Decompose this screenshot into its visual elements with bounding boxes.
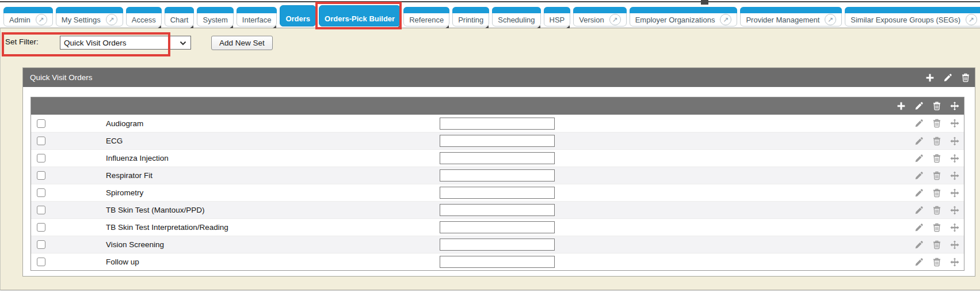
move-arrows-icon[interactable] bbox=[950, 188, 959, 198]
move-arrows-icon[interactable] bbox=[950, 137, 959, 146]
delete-trash-icon[interactable] bbox=[932, 240, 941, 249]
external-link-icon[interactable]: ↗ bbox=[609, 14, 621, 25]
order-code-input[interactable] bbox=[440, 118, 555, 130]
order-code-input[interactable] bbox=[440, 187, 555, 199]
add-new-set-button[interactable]: Add New Set bbox=[211, 36, 273, 50]
order-name-label: Audiogram bbox=[106, 119, 440, 128]
external-link-icon[interactable]: ↗ bbox=[825, 14, 836, 25]
move-arrows-icon[interactable] bbox=[950, 119, 959, 128]
delete-trash-icon[interactable] bbox=[932, 188, 941, 198]
row-checkbox[interactable] bbox=[37, 240, 45, 249]
row-checkbox[interactable] bbox=[37, 119, 45, 128]
tab-interface[interactable]: Interface bbox=[237, 7, 277, 27]
order-name-label: ECG bbox=[106, 137, 440, 145]
tab-orders-pick-builder[interactable]: Orders-Pick Builder bbox=[319, 5, 401, 27]
row-checkbox[interactable] bbox=[37, 258, 45, 266]
order-code-input[interactable] bbox=[440, 239, 555, 251]
tab-label: HSP bbox=[550, 16, 565, 24]
order-code-input[interactable] bbox=[440, 152, 555, 164]
row-checkbox[interactable] bbox=[37, 223, 45, 232]
edit-pencil-icon[interactable] bbox=[914, 119, 924, 128]
move-arrows-icon[interactable] bbox=[950, 258, 959, 267]
tab-scheduling[interactable]: Scheduling bbox=[492, 7, 540, 27]
row-action-icons bbox=[914, 154, 964, 163]
order-code-input[interactable] bbox=[440, 204, 555, 216]
tab-provider-management[interactable]: Provider Management ↗ bbox=[740, 7, 842, 27]
delete-trash-icon[interactable] bbox=[932, 223, 941, 232]
row-action-icons bbox=[914, 188, 964, 198]
move-arrows-icon[interactable] bbox=[950, 240, 959, 249]
edit-pencil-icon[interactable] bbox=[914, 206, 924, 215]
submenu-corner-icon bbox=[485, 25, 489, 28]
tab-label: Version bbox=[579, 16, 604, 24]
tab-orders[interactable]: Orders bbox=[280, 5, 316, 27]
row-checkbox[interactable] bbox=[37, 171, 45, 180]
table-header-icons bbox=[31, 97, 964, 115]
edit-pencil-icon[interactable] bbox=[914, 101, 924, 111]
tab-admin[interactable]: Admin ↗ bbox=[3, 7, 53, 27]
tab-strip: Admin ↗ My Settings ↗ Access Chart Syste… bbox=[3, 5, 980, 27]
table-row: Influenza Injection bbox=[31, 149, 964, 167]
order-name-label: TB Skin Test (Mantoux/PPD) bbox=[106, 206, 440, 214]
external-link-icon[interactable]: ↗ bbox=[106, 14, 117, 25]
order-code-input[interactable] bbox=[440, 256, 555, 268]
tab-chart[interactable]: Chart bbox=[165, 7, 195, 27]
tab-similar-exposure-groups-segs[interactable]: Similar Exposure Groups (SEGs) ↗ bbox=[845, 7, 980, 27]
edit-pencil-icon[interactable] bbox=[914, 240, 924, 249]
external-link-icon[interactable]: ↗ bbox=[36, 14, 47, 25]
quick-visit-orders-panel: Quick Visit Orders Audiogram bbox=[22, 67, 975, 277]
edit-pencil-icon[interactable] bbox=[914, 171, 924, 180]
move-arrows-icon[interactable] bbox=[950, 171, 959, 180]
edit-pencil-icon[interactable] bbox=[914, 223, 924, 232]
tab-reference[interactable]: Reference bbox=[403, 7, 449, 27]
tab-system[interactable]: System bbox=[197, 7, 233, 27]
delete-trash-icon[interactable] bbox=[932, 171, 941, 180]
tab-label: Admin bbox=[9, 16, 30, 24]
table-row: Vision Screening bbox=[31, 236, 964, 253]
tab-hsp[interactable]: HSP bbox=[544, 7, 571, 27]
tab-access[interactable]: Access bbox=[126, 7, 162, 27]
content-area: Set Filter: Quick Visit Orders Add New S… bbox=[0, 28, 980, 290]
row-checkbox[interactable] bbox=[37, 154, 45, 162]
tab-employer-organizations[interactable]: Employer Organizations ↗ bbox=[630, 7, 738, 27]
order-code-input[interactable] bbox=[440, 221, 555, 233]
set-filter-label: Set Filter: bbox=[5, 37, 39, 46]
add-icon[interactable] bbox=[897, 101, 906, 111]
delete-trash-icon[interactable] bbox=[932, 154, 941, 163]
add-icon[interactable] bbox=[925, 73, 935, 82]
table-row: Spirometry bbox=[31, 184, 964, 201]
delete-trash-icon[interactable] bbox=[932, 101, 941, 111]
edit-pencil-icon[interactable] bbox=[943, 73, 952, 82]
delete-trash-icon[interactable] bbox=[961, 73, 970, 82]
row-checkbox[interactable] bbox=[37, 188, 45, 197]
delete-trash-icon[interactable] bbox=[932, 119, 941, 128]
row-checkbox[interactable] bbox=[37, 206, 45, 214]
order-code-input[interactable] bbox=[440, 135, 555, 147]
move-arrows-icon[interactable] bbox=[950, 223, 959, 232]
submenu-corner-icon bbox=[537, 25, 540, 28]
delete-trash-icon[interactable] bbox=[932, 137, 941, 146]
edit-pencil-icon[interactable] bbox=[914, 258, 924, 267]
move-arrows-icon[interactable] bbox=[950, 101, 959, 111]
delete-trash-icon[interactable] bbox=[932, 206, 941, 215]
tab-my-settings[interactable]: My Settings ↗ bbox=[56, 7, 123, 27]
move-arrows-icon[interactable] bbox=[950, 206, 959, 215]
panel-title: Quick Visit Orders bbox=[30, 73, 93, 82]
edit-pencil-icon[interactable] bbox=[914, 137, 924, 146]
set-filter-select[interactable]: Quick Visit Orders bbox=[60, 36, 191, 50]
tab-label: Chart bbox=[170, 16, 189, 24]
order-code-input[interactable] bbox=[440, 169, 555, 181]
edit-pencil-icon[interactable] bbox=[914, 154, 924, 163]
submenu-corner-icon bbox=[190, 25, 193, 28]
tab-printing[interactable]: Printing bbox=[452, 7, 489, 27]
edit-pencil-icon[interactable] bbox=[914, 188, 924, 198]
tab-label: Access bbox=[132, 16, 156, 24]
row-checkbox[interactable] bbox=[37, 137, 45, 145]
tab-version[interactable]: Version ↗ bbox=[573, 7, 626, 27]
delete-trash-icon[interactable] bbox=[932, 258, 941, 267]
submenu-corner-icon bbox=[566, 25, 570, 28]
external-link-icon[interactable]: ↗ bbox=[720, 14, 731, 25]
tab-label: System bbox=[203, 16, 227, 24]
move-arrows-icon[interactable] bbox=[950, 154, 959, 163]
external-link-icon[interactable]: ↗ bbox=[966, 14, 977, 25]
